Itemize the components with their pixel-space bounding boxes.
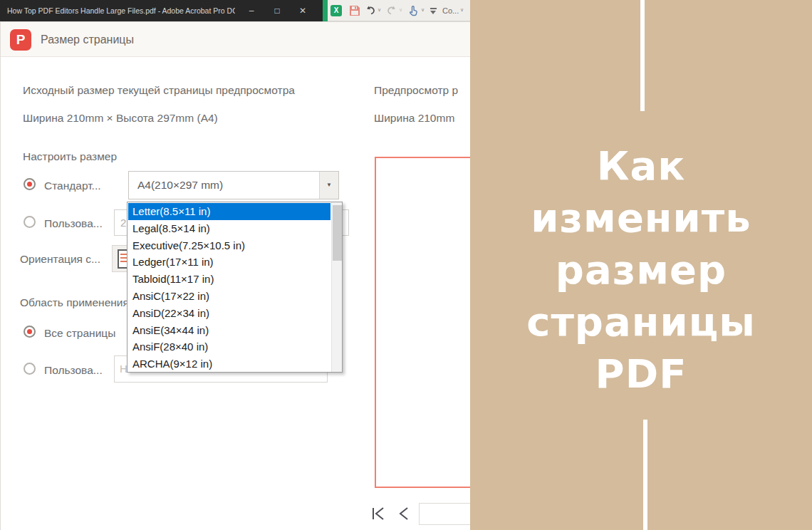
all-pages-radio[interactable] [24,326,36,338]
source-size-dimensions: Ширина 210mm × Высота 297mm (A4) [23,112,218,125]
dropdown-item[interactable]: AnsiC(17×22 in) [128,288,330,305]
overlay-heading-line: PDF [470,348,812,400]
custom-size-radio[interactable] [24,216,36,228]
paper-size-dropdown: Letter(8.5×11 in)Legal(8.5×14 in)Executi… [127,202,343,373]
all-pages-radio-label[interactable]: Все страницы [44,327,115,340]
convert-menu-label[interactable]: Co... [442,0,459,21]
preview-dimensions: Ширина 210mm [374,112,454,125]
overlay-bottom-line [643,420,647,530]
combobox-dropdown-button[interactable]: ▼ [319,172,338,199]
redo-caret-icon: ∨ [399,7,402,13]
quick-access-toolbar: X ∨ ∨ ∨ [328,0,470,21]
promo-overlay: Как изменить размер страницы PDF [470,0,812,530]
dropdown-item[interactable]: AnsiE(34×44 in) [128,322,330,339]
page-range-radio-label[interactable]: Пользова... [44,364,103,377]
undo-caret-icon[interactable]: ∨ [378,7,381,13]
scope-heading: Область применения [20,296,129,309]
overlay-heading-line: Как [470,140,812,192]
page-range-radio[interactable] [24,363,36,375]
excel-window-edge [323,0,328,21]
pdfelement-logo-icon: P [10,29,31,51]
overlay-heading-line: страницы [470,296,812,348]
window-left-border [0,21,1,530]
close-button[interactable]: ✕ [293,0,312,21]
dropdown-item[interactable]: Letter(8.5×11 in) [128,203,330,220]
dropdown-item[interactable]: Executive(7.25×10.5 in) [128,237,330,254]
paper-size-combobox[interactable]: A4(210×297 mm) ▼ [128,171,339,199]
screen: How Top PDF Editors Handle Large Files.p… [0,0,812,530]
dropdown-item[interactable]: Tabloid(11×17 in) [128,271,330,288]
dropdown-item[interactable]: Legal(8.5×14 in) [128,220,330,237]
custom-size-value: 2 [120,210,126,235]
undo-icon[interactable] [365,5,376,16]
minimize-button[interactable]: – [242,0,261,21]
source-size-heading: Исходный размер текущей страницы предпро… [23,84,295,97]
previous-page-icon[interactable] [396,503,413,524]
redo-icon [386,5,397,16]
chevron-down-icon: ▼ [326,182,332,188]
touch-mode-caret-icon[interactable]: ∨ [421,7,425,13]
maximize-button[interactable]: □ [268,0,286,21]
first-page-icon[interactable] [369,503,389,524]
acrobat-title-bar: How Top PDF Editors Handle Large Files.p… [0,0,323,21]
standard-size-radio[interactable] [24,178,36,190]
dropdown-item[interactable]: Ledger(17×11 in) [128,254,330,271]
dialog-title: Размер страницы [41,22,134,58]
excel-icon[interactable]: X [330,5,342,16]
dropdown-item[interactable]: AnsiF(28×40 in) [128,338,330,355]
paper-size-dropdown-list: Letter(8.5×11 in)Legal(8.5×14 in)Executi… [128,203,330,373]
overlay-heading-line: изменить [470,192,812,244]
dropdown-scrollbar[interactable] [331,202,342,372]
dropdown-item[interactable]: AnsiD(22×34 in) [128,305,330,322]
overlay-heading: Как изменить размер страницы PDF [470,140,812,400]
standard-size-radio-label[interactable]: Стандарт... [44,180,101,192]
touch-mode-icon[interactable] [407,5,419,16]
dropdown-scrollbar-thumb[interactable] [333,205,342,261]
paper-size-selected-value: A4(210×297 mm) [137,172,223,199]
acrobat-window-title: How Top PDF Editors Handle Large Files.p… [7,0,235,21]
convert-caret-icon[interactable]: ∨ [460,7,464,13]
dropdown-item[interactable]: ARCHA(9×12 in) [128,355,330,373]
orientation-label: Ориентация с... [20,253,100,266]
custom-size-radio-label[interactable]: Пользова... [44,217,103,230]
save-icon[interactable] [349,5,360,16]
overlay-top-line [640,0,645,111]
preview-heading: Предпросмотр р [374,84,458,97]
overlay-heading-line: размер [470,244,812,296]
adjust-size-heading: Настроить размер [23,150,117,163]
